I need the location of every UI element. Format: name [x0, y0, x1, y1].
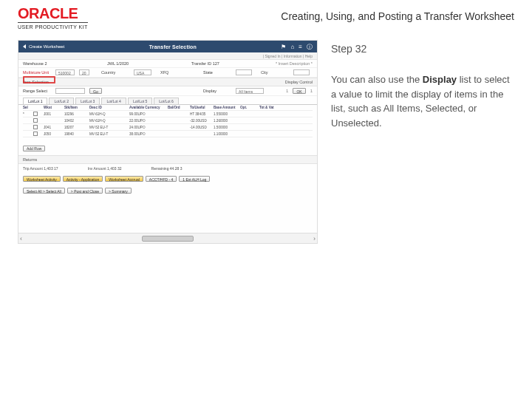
display-label: Display [203, 89, 231, 93]
tab-6[interactable]: Lot/Lot 6 [154, 98, 178, 104]
horizontal-scrollbar[interactable]: ‹ › [18, 233, 317, 243]
step-text-before: You can also use the [331, 74, 423, 85]
table-row[interactable]: J050 19840 MV-52 EU-T 38.00UPO 1.100000 [23, 131, 313, 137]
col-stk: Stk/Item [64, 106, 88, 109]
tab-bar: Lot/Lot 1 Lot/Lot 2 Lot/Lot 3 Lot/Lot 4 … [18, 96, 317, 105]
col-base: Base Amount [214, 106, 239, 109]
ext-log-button[interactable]: 1 Ext ALH Log [179, 176, 210, 182]
totals-row: Trip Amount 1,403 17 Inv Amount 1,403 32… [18, 164, 317, 173]
display-dropdown[interactable]: All Items [236, 88, 264, 94]
brand-logo: ORACLE USER PRODUCTIVITY KIT [18, 6, 88, 30]
col-bal: Bal/Ord [168, 106, 188, 109]
tab-2[interactable]: Lot/Lot 2 [49, 98, 73, 104]
row-checkbox[interactable] [33, 112, 38, 116]
help-icon[interactable]: ⓘ [307, 43, 313, 51]
grid-header: Sel Wkst Stk/Item Desc ID Available Curr… [23, 105, 313, 111]
step-instruction: You can also use the Display list to sel… [331, 72, 514, 130]
logo-subtitle: USER PRODUCTIVITY KIT [18, 22, 88, 30]
highlight-multistore [23, 76, 55, 83]
row-checkbox[interactable] [33, 118, 38, 123]
home-icon[interactable]: ⌂ [290, 44, 294, 50]
app-topbar: Create Worksheet Transfer Selection ⚑ ⌂ … [18, 41, 317, 52]
row-checkbox[interactable] [33, 125, 38, 129]
col-desc: Desc ID [89, 106, 120, 109]
col-avail: Available Currency [129, 106, 166, 109]
table-row[interactable]: 10402 MV-61H-Q 22.00UPO -32.00USD 1.2600… [23, 117, 313, 124]
returns-footer-label: Returns [23, 157, 37, 162]
summary-button[interactable]: > Summary [105, 188, 132, 194]
activity-application-button[interactable]: Activity - Application [63, 176, 103, 182]
col-tot: Tot & Vat [259, 106, 284, 109]
go-button[interactable]: Go [89, 88, 102, 94]
section-display-control: Display Control [285, 80, 313, 84]
app-screenshot: Create Worksheet Transfer Selection ⚑ ⌂ … [18, 40, 318, 244]
multistore-field-2[interactable]: 20 [79, 69, 89, 75]
col-opt: Opt. [240, 106, 258, 109]
menu-icon[interactable]: ≡ [299, 44, 302, 50]
post-close-button[interactable]: > Post and Close [67, 188, 103, 194]
city-field[interactable] [293, 69, 310, 75]
extra-counter: 1 [286, 89, 288, 93]
warehouse-label: Warehouse 2 [23, 61, 51, 66]
status-strip: | Signed In | Information | Help [18, 52, 317, 60]
ok-button[interactable]: OK [293, 88, 305, 94]
topbar-center-title: Transfer Selection [149, 44, 197, 50]
transfer-id-label: Transfer ID 127 [191, 61, 219, 66]
scroll-left-icon[interactable]: ‹ [20, 235, 22, 242]
col-tou: To/Useful [190, 106, 212, 109]
city-label: City [261, 70, 289, 75]
step-text-bold: Display [423, 74, 457, 85]
tab-5[interactable]: Lot/Lot 5 [128, 98, 152, 104]
worksheet-activity-button[interactable]: Worksheet Activity [23, 176, 61, 182]
back-arrow-icon[interactable] [23, 44, 26, 49]
step-title: Step 32 [331, 43, 514, 55]
jwl-label: JWL 1/2020 [107, 61, 135, 66]
select-all-button[interactable]: Select All > Select All [23, 188, 65, 194]
page-title: Creating, Using, and Posting a Transfer … [281, 6, 514, 22]
multistore-field-1[interactable]: 510002 [55, 69, 75, 75]
accthfd-button[interactable]: ACCT/HFD - 4 [146, 176, 177, 182]
country-label: Country [101, 70, 129, 75]
row-checkbox[interactable] [33, 132, 38, 136]
state-field[interactable] [236, 69, 252, 75]
tab-3[interactable]: Lot/Lot 3 [75, 98, 100, 104]
flag-icon[interactable]: ⚑ [281, 44, 286, 50]
table-row[interactable]: J041 18207 MV-52 EU-T 24.00UPO -14.00USD… [23, 124, 313, 131]
range-select-label: Range Select [23, 89, 51, 93]
topbar-back-label[interactable]: Create Worksheet [29, 44, 64, 49]
xfq-label: XFQ [160, 70, 188, 75]
multistore-label: Multistore Unit [23, 70, 51, 75]
extra-counter-2: 1 [310, 89, 313, 93]
range-select-field[interactable] [55, 88, 85, 94]
scroll-thumb[interactable] [142, 236, 194, 242]
add-row-button[interactable]: Add Row [23, 146, 45, 151]
col-sel: Sel [23, 106, 32, 109]
worksheet-accrual-button[interactable]: Worksheet Accrual [105, 176, 143, 182]
table-row[interactable]: * J001 10296 MV-61H-Q 99.00UPO HT 384/35… [23, 111, 313, 117]
tab-1[interactable]: Lot/Lot 1 [23, 98, 47, 104]
state-label: State [203, 70, 231, 75]
tab-4[interactable]: Lot/Lot 4 [101, 98, 126, 104]
country-field[interactable]: USA [134, 69, 151, 75]
scroll-right-icon[interactable]: › [313, 235, 316, 242]
description-placeholder: * Insert Description * [276, 61, 313, 66]
oracle-wordmark: ORACLE [18, 6, 88, 21]
col-wkst: Wkst [44, 106, 63, 109]
